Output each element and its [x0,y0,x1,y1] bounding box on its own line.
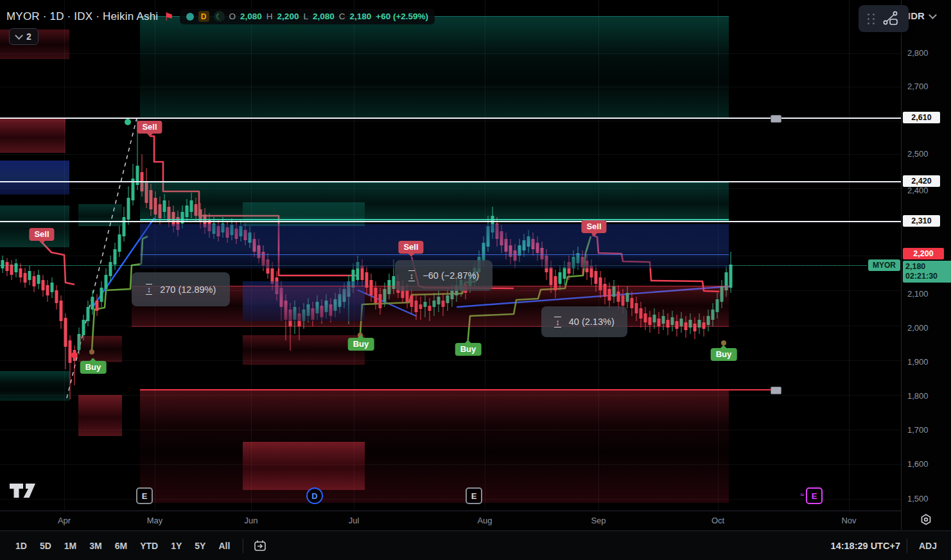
indicator-dot [125,119,131,125]
time-axis[interactable]: AprMayJunJulAugSepOctNov [0,511,901,531]
sell-signal-label[interactable]: Sell [398,241,423,254]
candle-body [563,267,566,279]
event-marker-d[interactable]: D [306,487,323,504]
line-drag-handle[interactable] [771,387,781,394]
price-axis[interactable]: 2,200 2,180 02:21:30 2,8002,7002,5002,40… [901,0,951,530]
candle-body [109,262,112,276]
price-tick: 2,700 [907,82,929,91]
sell-signal-label[interactable]: Sell [137,121,162,134]
candle-body [559,272,562,284]
symbol-title[interactable]: MYOR · 1D · IDX · Heikin Ashi [6,10,158,23]
event-marker-e[interactable]: E [466,487,482,504]
price-level-line[interactable] [0,118,901,119]
tradingview-chart-app: MYOR SellBuySellBuySellBuySellBuy↕270 (1… [0,0,951,560]
collapse-indicators-button[interactable]: 2 [9,28,39,45]
candle-body [60,301,63,321]
supply-demand-zone [78,336,122,362]
chart-plot-area[interactable]: MYOR SellBuySellBuySellBuySellBuy↕270 (1… [0,0,901,511]
toolbar-divider [907,539,907,553]
supply-demand-zone [140,16,729,118]
range-button-1y[interactable]: 1Y [164,538,188,554]
floating-drawing-toolbar[interactable] [859,5,909,32]
range-button-1m[interactable]: 1M [58,538,83,554]
trendline-tool-icon[interactable] [882,10,900,28]
time-axis-month-label: Aug [477,516,492,525]
supply-demand-zone [78,395,122,436]
price-tick: 2,100 [907,289,929,299]
sell-signal-label[interactable]: Sell [581,220,606,233]
time-axis-month-label: Apr [58,516,71,525]
dividends-icon[interactable]: D [198,11,209,22]
supply-demand-zone [243,335,365,365]
line-drag-handle[interactable] [771,115,781,123]
supply-demand-zone [0,161,69,195]
ruler-icon: ↕ [146,284,153,295]
price-level-line[interactable] [140,219,729,220]
time-axis-month-label: Jun [245,516,258,525]
buy-signal-label[interactable]: Buy [455,343,482,356]
candle-body [105,275,108,289]
ruler-icon: ↕ [554,317,561,328]
ohlc-readout: D ☾ O2,080 H2,200 L2,080 C2,180 +60 (+2.… [180,9,435,24]
event-marker-e[interactable]: E≈ [806,487,823,504]
time-axis-month-label: Nov [841,516,856,525]
price-level-line[interactable] [0,181,901,182]
measurement-tooltip: ↕40 (2.13%) [541,306,627,337]
open-label: O [229,12,236,21]
range-button-5d[interactable]: 5D [33,538,58,554]
price-level-line[interactable] [140,389,775,390]
indicator-count: 2 [26,31,31,42]
tradingview-logo[interactable] [9,482,39,500]
range-button-ytd[interactable]: YTD [134,538,164,554]
close-label: C [339,12,345,21]
price-tick: 2,500 [907,149,929,159]
buy-signal-label[interactable]: Buy [348,338,374,351]
symbol-price-flag: MYOR [868,259,900,271]
price-tick: 1,500 [907,494,929,503]
buy-signal-label[interactable]: Buy [711,348,737,361]
go-to-date-button[interactable] [252,538,268,554]
supply-demand-zone [0,371,69,401]
close-value: 2,180 [349,12,371,21]
indicator-dot [71,352,78,358]
session-clock[interactable]: 14:18:29 UTC+7 [831,541,900,551]
candle-body [33,276,36,286]
time-axis-month-label: May [147,516,163,525]
price-tick: 2,000 [907,323,929,333]
horizontal-gridline [0,360,901,361]
current-price-tag: 2,180 02:21:30 [903,261,951,283]
high-label: H [266,12,273,21]
supply-demand-zone [243,281,365,321]
flag-icon[interactable]: ⚑ [164,12,173,22]
range-button-3m[interactable]: 3M [83,538,108,554]
level-price-tag: 2,310 [903,215,940,227]
candle-body [595,271,598,284]
trailing-stop-line-red [42,242,74,284]
price-tick: 1,900 [907,357,929,367]
measurement-tooltip: ↕270 (12.89%) [132,272,230,306]
price-level-line[interactable] [140,254,729,255]
drag-handle-icon[interactable] [868,13,875,24]
buy-signal-label[interactable]: Buy [80,361,107,374]
candle-body [55,290,58,303]
candle-body [87,307,90,321]
price-level-line[interactable] [0,221,901,222]
candle-body [123,217,126,236]
range-button-5y[interactable]: 5Y [188,538,212,554]
measurement-value: −60 (−2.87%) [423,270,479,281]
range-button-1d[interactable]: 1D [9,538,33,554]
adjust-data-toggle[interactable]: ADJ [914,538,942,554]
time-axis-month-label: Jul [349,516,360,525]
event-marker-e[interactable]: E [136,487,153,504]
alert-price-tag: 2,200 [903,248,944,259]
session-moon-icon[interactable]: ☾ [214,11,225,22]
bottom-toolbar: 1D5D1M3M6MYTD1Y5YAll 14:18:29 UTC+7 ADJ [0,530,951,560]
status-dot-icon[interactable] [186,13,194,21]
range-button-all[interactable]: All [212,538,236,554]
sell-signal-label[interactable]: Sell [29,228,54,241]
candle-body [550,267,553,285]
currency-selector[interactable]: IDR [908,10,936,21]
range-button-6m[interactable]: 6M [109,538,134,554]
axis-settings-gear-icon[interactable] [918,512,934,529]
price-level-line[interactable] [132,326,729,327]
